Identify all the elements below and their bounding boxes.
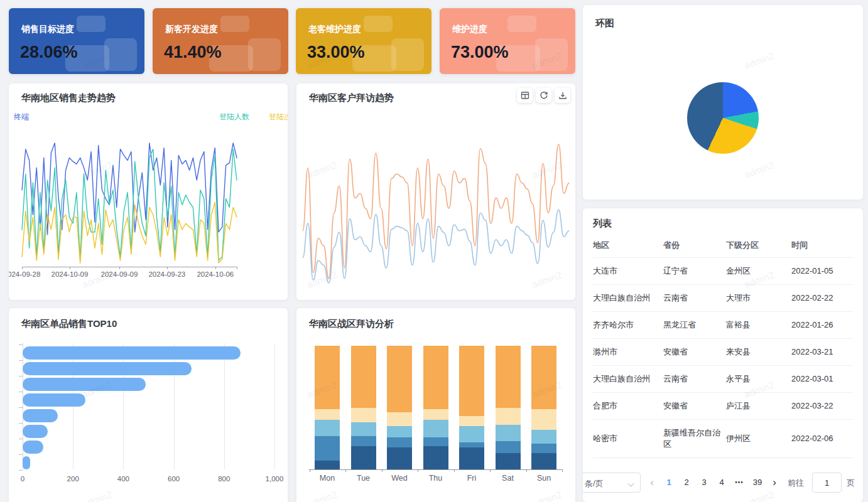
table-cell: 滁州市 xyxy=(593,339,663,366)
goto-label: 前往 xyxy=(788,478,804,489)
bar-segment[interactable] xyxy=(423,409,448,420)
legend-item-terminal[interactable]: 终端 xyxy=(14,112,29,122)
column-header-district: 下级分区 xyxy=(726,233,791,258)
bar-segment[interactable] xyxy=(531,453,556,469)
kpi-label: 老客维护进度 xyxy=(308,24,361,35)
visit-trend-chart[interactable] xyxy=(303,134,569,291)
bar-segment[interactable] xyxy=(315,420,340,436)
bar-segment[interactable] xyxy=(315,436,340,461)
x-tick-label: Wed xyxy=(391,474,407,483)
table-cell: 大理市 xyxy=(726,285,791,312)
bar[interactable] xyxy=(23,393,85,407)
bar[interactable] xyxy=(23,441,43,454)
axis-tick xyxy=(19,376,23,376)
bar-segment[interactable] xyxy=(459,346,484,416)
kpi-card-maintenance: 维护进度 73.00% xyxy=(440,8,575,74)
bar-segment[interactable] xyxy=(496,346,521,408)
table-cell: 哈密市 xyxy=(593,420,663,458)
x-tick-label: 2024-10-06 xyxy=(197,270,234,278)
download-icon[interactable] xyxy=(555,88,570,103)
bar[interactable] xyxy=(23,362,192,375)
bar-segment[interactable] xyxy=(531,430,556,444)
bar-segment[interactable] xyxy=(387,437,412,447)
table-row: 大理白族自治州云南省永平县2022-03-01 xyxy=(593,366,853,393)
more-pages-icon[interactable]: ••• xyxy=(730,473,748,493)
bar-segment[interactable] xyxy=(531,444,556,454)
refresh-icon[interactable] xyxy=(536,88,551,103)
bar-segment[interactable] xyxy=(496,453,521,469)
data-view-icon[interactable] xyxy=(517,88,533,103)
legend-item-login-count[interactable]: 登陆次数 xyxy=(269,112,288,122)
goto-page-input[interactable] xyxy=(812,473,842,493)
bar[interactable] xyxy=(23,409,58,422)
page-size-select[interactable]: 条/页 xyxy=(583,473,641,493)
weekly-stacked-chart[interactable]: MonTueWedThuFriSatSun xyxy=(309,343,563,488)
bar-segment[interactable] xyxy=(387,346,412,412)
page-number-3[interactable]: 3 xyxy=(695,473,713,493)
stacked-bar[interactable] xyxy=(315,346,340,469)
next-page-arrow[interactable]: › xyxy=(773,473,776,493)
sales-trend-chart[interactable] xyxy=(22,137,237,267)
bar-segment[interactable] xyxy=(459,416,484,426)
table-cell: 齐齐哈尔市 xyxy=(593,312,663,339)
bar-segment[interactable] xyxy=(496,425,521,441)
kpi-value: 33.00% xyxy=(307,43,365,62)
bar-segment[interactable] xyxy=(387,426,412,437)
bar-segment[interactable] xyxy=(387,412,412,426)
stacked-bar[interactable] xyxy=(387,346,412,469)
axis-tick xyxy=(310,469,310,472)
axis-tick xyxy=(562,469,563,472)
donut-chart[interactable] xyxy=(687,82,759,154)
bar-segment[interactable] xyxy=(351,446,376,469)
bar-segment[interactable] xyxy=(496,408,521,425)
top10-bar-chart[interactable]: 02004006008001,000 xyxy=(23,343,276,489)
legend-item-login-users[interactable]: 登陆人数 xyxy=(219,112,249,122)
bar-segment[interactable] xyxy=(315,409,340,420)
stacked-bar[interactable] xyxy=(423,346,448,469)
bar-segment[interactable] xyxy=(351,422,376,436)
bar-segment[interactable] xyxy=(351,346,376,408)
kpi-decoration xyxy=(220,16,249,32)
region-table: 地区 省份 下级分区 时间 大连市辽宁省金州区2022-01-05大理白族自治州… xyxy=(593,233,853,458)
x-tick-label: Sat xyxy=(502,474,514,483)
bar-segment[interactable] xyxy=(459,447,484,469)
bar-segment[interactable] xyxy=(459,442,484,447)
bar-segment[interactable] xyxy=(351,436,376,446)
bar-segment[interactable] xyxy=(315,346,340,409)
line-series[interactable] xyxy=(303,144,569,279)
bar-segment[interactable] xyxy=(423,437,448,446)
stacked-bar[interactable] xyxy=(459,346,484,469)
bar[interactable] xyxy=(23,378,146,391)
page-number-39[interactable]: 39 xyxy=(749,473,766,493)
prev-page-arrow[interactable]: ‹ xyxy=(650,473,654,493)
table-cell: 大理白族自治州 xyxy=(593,366,663,393)
x-axis xyxy=(309,469,563,470)
stacked-bar[interactable] xyxy=(496,346,521,469)
stacked-bar[interactable] xyxy=(351,346,376,469)
bar[interactable] xyxy=(23,456,30,469)
bar-segment[interactable] xyxy=(387,447,412,469)
bar-segment[interactable] xyxy=(423,420,448,437)
table-container: 地区 省份 下级分区 时间 大连市辽宁省金州区2022-01-05大理白族自治州… xyxy=(593,233,853,472)
bar-segment[interactable] xyxy=(351,408,376,423)
page-number-2[interactable]: 2 xyxy=(678,473,695,493)
x-tick-label: Sun xyxy=(537,474,551,483)
page-number-1[interactable]: 1 xyxy=(660,473,678,493)
kpi-card-sales-target: 销售目标进度 28.06% xyxy=(9,8,144,74)
bar-segment[interactable] xyxy=(531,346,556,409)
bar-segment[interactable] xyxy=(423,446,448,469)
bar-segment[interactable] xyxy=(423,346,448,409)
bar-segment[interactable] xyxy=(531,409,556,430)
axis-tick xyxy=(167,267,168,269)
bar-segment[interactable] xyxy=(496,441,521,454)
table-cell: 大理白族自治州 xyxy=(593,285,663,312)
x-tick-label: 2024-09-23 xyxy=(148,270,185,278)
panel-list: 列表 地区 省份 下级分区 时间 大连市辽宁省金州区2022-01-05大理白族… xyxy=(583,208,863,502)
page-number-4[interactable]: 4 xyxy=(713,473,730,493)
bar[interactable] xyxy=(23,425,48,438)
x-axis xyxy=(22,267,237,267)
bar-segment[interactable] xyxy=(315,461,340,469)
stacked-bar[interactable] xyxy=(531,346,556,469)
bar[interactable] xyxy=(23,346,241,360)
bar-segment[interactable] xyxy=(459,426,484,442)
